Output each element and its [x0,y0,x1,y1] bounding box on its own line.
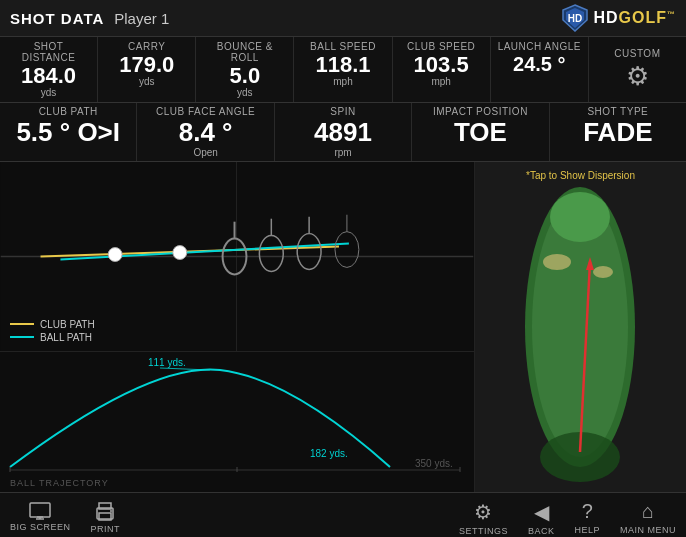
stat-shot-type: Shot Type FADE [550,103,686,161]
spin-label: Spin [281,106,405,117]
carry-unit: yds [104,76,189,87]
trajectory-area: 111 yds. 182 yds. 350 yds. BALL TRAJECTO… [0,352,474,492]
big-screen-icon [29,502,51,520]
club-path-legend-label: CLUB PATH [40,319,95,330]
shot-data-title: SHOT DATA [10,10,104,27]
shield-icon: HD [561,4,589,32]
shot-type-label: Shot Type [556,106,680,117]
stat-spin: Spin 4891 rpm [275,103,412,161]
stats-row-2: Club Path 5.5 ° O>I Club Face Angle 8.4 … [0,103,686,162]
svg-point-43 [110,510,112,512]
main-menu-icon: ⌂ [642,500,654,523]
left-panel: CLUB PATH BALL PATH 111 yds. 18 [0,162,475,492]
launch-angle-label: Launch Angle [497,41,582,52]
shot-distance-unit: yds [6,87,91,98]
hd-golf-logo: HD HDGOLF™ [561,4,676,32]
stat-carry: Carry 179.0 yds [98,37,196,102]
right-panel[interactable]: *Tap to Show Dispersion [475,162,686,492]
svg-text:HD: HD [568,13,582,24]
svg-text:350 yds.: 350 yds. [415,458,453,469]
club-face-angle-label: Club Face Angle [143,106,267,117]
chart-legend: CLUB PATH BALL PATH [10,319,95,345]
club-path-value: 5.5 ° O>I [6,118,130,147]
impact-position-value: TOE [418,118,542,147]
stat-custom[interactable]: Custom ⚙ [589,37,686,102]
toolbar-left: BIG SCREEN PRINT [10,502,120,534]
trajectory-label: BALL TRAJECTORY [10,478,109,488]
club-speed-unit: mph [399,76,484,87]
tap-dispersion-label[interactable]: *Tap to Show Dispersion [526,170,635,181]
ball-path-legend: BALL PATH [10,332,95,343]
svg-point-30 [550,192,610,242]
club-speed-label: Club Speed [399,41,484,52]
toolbar: BIG SCREEN PRINT ⚙ SETTINGS ◀ BACK ? HEL… [0,492,686,537]
ball-speed-unit: mph [300,76,385,87]
settings-button[interactable]: ⚙ SETTINGS [459,500,508,536]
impact-position-label: Impact Position [418,106,542,117]
big-screen-button[interactable]: BIG SCREEN [10,502,71,534]
bounce-roll-value: 5.0 [202,65,287,87]
svg-rect-36 [30,503,50,517]
carry-label: Carry [104,41,189,52]
back-icon: ◀ [534,500,549,524]
print-button[interactable]: PRINT [91,502,121,534]
carry-value: 179.0 [104,54,189,76]
stat-club-face-angle: Club Face Angle 8.4 ° Open [137,103,274,161]
custom-label: Custom [614,48,660,59]
custom-gear-icon[interactable]: ⚙ [626,61,649,92]
logo-text: HDGOLF™ [593,9,676,27]
settings-label: SETTINGS [459,526,508,536]
ball-speed-value: 118.1 [300,54,385,76]
bounce-roll-label: Bounce & Roll [202,41,287,63]
stat-ball-speed: Ball Speed 118.1 mph [294,37,392,102]
svg-text:182 yds.: 182 yds. [310,448,348,459]
svg-point-9 [173,245,187,259]
svg-text:111 yds.: 111 yds. [148,357,186,368]
back-button[interactable]: ◀ BACK [528,500,555,536]
toolbar-right: ⚙ SETTINGS ◀ BACK ? HELP ⌂ MAIN MENU [459,500,676,536]
svg-point-31 [543,254,571,270]
print-icon [94,502,116,522]
club-path-legend: CLUB PATH [10,319,95,330]
settings-icon: ⚙ [474,500,492,524]
ball-path-legend-line [10,336,34,338]
stat-impact-position: Impact Position TOE [412,103,549,161]
club-path-label: Club Path [6,106,130,117]
svg-point-8 [108,247,122,261]
shot-distance-label: Shot Distance [6,41,91,63]
spin-sub: rpm [281,147,405,158]
course-map-svg[interactable] [475,162,686,492]
club-path-area: CLUB PATH BALL PATH [0,162,474,352]
launch-angle-value: 24.5 ° [497,54,582,74]
stat-shot-distance: Shot Distance 184.0 yds [0,37,98,102]
shot-type-value: FADE [556,118,680,147]
stat-bounce-roll: Bounce & Roll 5.0 yds [196,37,294,102]
main-menu-label: MAIN MENU [620,525,676,535]
ball-path-legend-label: BALL PATH [40,332,92,343]
club-speed-value: 103.5 [399,54,484,76]
stats-row-1: Shot Distance 184.0 yds Carry 179.0 yds … [0,37,686,103]
svg-point-32 [593,266,613,278]
main-content: CLUB PATH BALL PATH 111 yds. 18 [0,162,686,492]
stat-club-path: Club Path 5.5 ° O>I [0,103,137,161]
help-button[interactable]: ? HELP [574,500,600,536]
print-label: PRINT [91,524,121,534]
help-label: HELP [574,525,600,535]
help-icon: ? [582,500,593,523]
stat-club-speed: Club Speed 103.5 mph [393,37,491,102]
club-face-angle-value: 8.4 ° [143,118,267,147]
big-screen-label: BIG SCREEN [10,522,71,532]
back-label: BACK [528,526,555,536]
club-path-legend-line [10,323,34,325]
ball-speed-label: Ball Speed [300,41,385,52]
main-menu-button[interactable]: ⌂ MAIN MENU [620,500,676,536]
stat-launch-angle: Launch Angle 24.5 ° [491,37,589,102]
shot-distance-value: 184.0 [6,65,91,87]
header: SHOT DATA Player 1 HD HDGOLF™ [0,0,686,37]
club-face-angle-sub: Open [143,147,267,158]
header-left: SHOT DATA Player 1 [10,10,169,27]
bounce-roll-unit: yds [202,87,287,98]
spin-value: 4891 [281,118,405,147]
player-name: Player 1 [114,10,169,27]
trajectory-svg: 111 yds. 182 yds. 350 yds. [0,352,475,492]
